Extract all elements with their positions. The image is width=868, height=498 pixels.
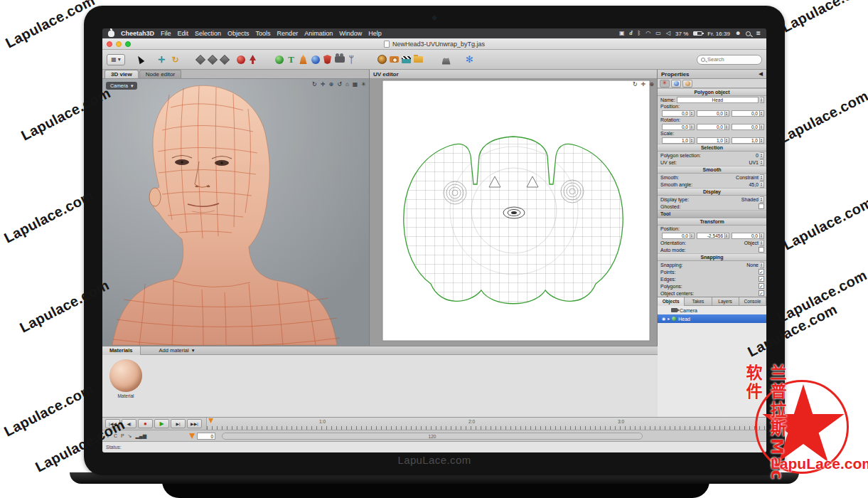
scale-z-field[interactable]: 1,0 xyxy=(732,137,760,144)
tab-objects[interactable]: Objects xyxy=(658,297,685,306)
stepper[interactable] xyxy=(760,262,764,268)
scanner-status-icon[interactable]: ▣ xyxy=(619,31,625,36)
sphere-tool-button[interactable] xyxy=(235,53,247,65)
tab-takes[interactable]: Takes xyxy=(685,297,712,306)
pan-icon[interactable]: ✛ xyxy=(321,81,326,88)
tab-tag-properties[interactable] xyxy=(682,80,692,88)
stepper[interactable] xyxy=(725,110,729,117)
collapse-panel-icon[interactable]: ◀ xyxy=(759,71,763,77)
stepper[interactable] xyxy=(725,137,729,144)
notification-center-icon[interactable]: ≣ xyxy=(756,31,761,36)
snapping-value[interactable]: None xyxy=(746,263,759,267)
view-settings-icon[interactable]: ✳ xyxy=(361,81,366,88)
skeleton-tool-button[interactable]: ᛘ xyxy=(345,53,358,65)
scale-x-field[interactable]: 1,0 xyxy=(662,137,690,144)
menu-app-name[interactable]: Cheetah3D xyxy=(121,30,154,37)
docker-status-icon[interactable]: d xyxy=(630,31,633,36)
menu-item-edit[interactable]: Edit xyxy=(178,30,189,37)
timeline-chart-icon[interactable]: ▂▄▆ xyxy=(135,433,146,438)
spotlight-search-icon[interactable] xyxy=(746,31,751,36)
tab-node-editor[interactable]: Node editor xyxy=(139,70,181,78)
stepper[interactable] xyxy=(690,110,695,117)
stepper[interactable] xyxy=(760,110,764,117)
play-button[interactable]: ▶ xyxy=(154,419,169,428)
smooth-value[interactable]: Constraint xyxy=(736,175,759,180)
zoom-button[interactable] xyxy=(125,41,131,47)
menu-item-objects[interactable]: Objects xyxy=(227,30,250,37)
scale-y-field[interactable]: 1,0 xyxy=(697,137,725,144)
view3d-viewport[interactable]: Camera ▾ ↻ ✛ ⊕ ↺ ⌂ ▦ ✳ xyxy=(102,79,369,346)
text-tool-button[interactable]: T xyxy=(285,53,297,65)
playhead-marker[interactable] xyxy=(189,433,195,439)
smooth-angle-value[interactable]: 45,0 xyxy=(749,182,759,187)
stepper[interactable] xyxy=(760,137,764,144)
pan-icon[interactable]: ✛ xyxy=(641,81,646,88)
tab-console[interactable]: Console xyxy=(739,297,766,306)
orbit-icon[interactable]: ↻ xyxy=(633,81,638,88)
reset-view-icon[interactable]: ↺ xyxy=(337,81,342,88)
search-input[interactable] xyxy=(707,56,757,63)
camera-selector[interactable]: Camera ▾ xyxy=(106,82,137,90)
menu-clock[interactable]: Fr. 16:39 xyxy=(707,31,730,37)
object-centers-checkbox[interactable]: ✓ xyxy=(759,290,764,296)
weight-tool-button[interactable] xyxy=(440,53,452,65)
window-title-bar[interactable]: NewHead3-UVUnwrap_byTg.jas xyxy=(102,38,766,50)
stepper[interactable] xyxy=(690,124,695,130)
stepper[interactable] xyxy=(690,137,695,144)
menu-item-window[interactable]: Window xyxy=(339,30,362,37)
polygon-mode-button-2[interactable] xyxy=(206,53,218,65)
battery-icon[interactable] xyxy=(693,31,702,36)
position-y-field[interactable]: 0,0 xyxy=(697,110,725,117)
menu-item-tools[interactable]: Tools xyxy=(256,30,271,37)
wifi-icon[interactable]: ◠ xyxy=(645,31,650,36)
auto-mode-checkbox[interactable] xyxy=(759,247,764,253)
bluetooth-icon[interactable]: ᛒ xyxy=(638,31,641,36)
tag-tool-button[interactable] xyxy=(321,53,333,65)
tab-layers[interactable]: Layers xyxy=(712,297,739,306)
menu-item-render[interactable]: Render xyxy=(277,30,299,37)
particles-button[interactable]: ✻ xyxy=(464,53,476,65)
stepper[interactable] xyxy=(760,97,764,103)
head-model[interactable] xyxy=(102,79,369,346)
tab-object-properties[interactable]: ✳ xyxy=(660,80,670,88)
rotation-x-field[interactable]: 0,0 xyxy=(662,124,690,130)
ghosted-checkbox[interactable] xyxy=(759,203,764,209)
tool-position-z-field[interactable]: 0,0 xyxy=(732,233,760,239)
animation-render-button[interactable] xyxy=(400,53,412,65)
step-forward-button[interactable]: ▶| xyxy=(171,419,186,428)
timeline-scrollbar[interactable]: 120 xyxy=(222,433,643,440)
stepper[interactable] xyxy=(760,240,764,246)
rotation-z-field[interactable]: 0,0 xyxy=(732,124,760,130)
tab-material-properties[interactable] xyxy=(671,80,681,88)
polygon-mode-button-3[interactable] xyxy=(218,53,230,65)
stepper[interactable] xyxy=(760,196,764,203)
stepper[interactable] xyxy=(725,124,729,130)
current-frame-field[interactable]: 0 xyxy=(197,433,215,440)
polygon-mode-button-1[interactable] xyxy=(194,53,206,65)
airplay-icon[interactable]: ▭ xyxy=(655,31,661,36)
minimize-button[interactable] xyxy=(116,41,122,47)
volume-icon[interactable]: ◁ xyxy=(666,31,670,36)
position-x-field[interactable]: 0,0 xyxy=(662,110,690,117)
stepper[interactable] xyxy=(760,174,764,181)
polygon-selection-value[interactable]: 0 xyxy=(756,153,759,158)
stepper[interactable] xyxy=(760,181,764,188)
polygons-checkbox[interactable]: ✓ xyxy=(759,283,764,289)
stepper[interactable] xyxy=(760,159,764,166)
library-button[interactable] xyxy=(412,53,424,65)
move-tool-button[interactable]: ✛ xyxy=(156,53,168,65)
render-camera-button[interactable] xyxy=(388,53,400,65)
stepper[interactable] xyxy=(760,152,764,159)
orientation-value[interactable]: Object xyxy=(744,240,759,245)
timeline-arrow-icon[interactable]: ↘ xyxy=(128,433,132,438)
camera-object-button[interactable] xyxy=(333,53,345,65)
create-sphere-button[interactable] xyxy=(273,53,285,65)
stepper[interactable] xyxy=(760,233,764,239)
select-tool-button[interactable] xyxy=(134,53,146,65)
home-view-icon[interactable]: ⌂ xyxy=(345,81,349,88)
uv-set-value[interactable]: UV1 xyxy=(749,160,759,165)
tree-tool-button[interactable] xyxy=(247,53,259,65)
edges-checkbox[interactable]: ✓ xyxy=(759,276,764,282)
disclosure-icon[interactable]: ▸ xyxy=(668,317,670,321)
record-button[interactable]: ● xyxy=(138,419,153,428)
